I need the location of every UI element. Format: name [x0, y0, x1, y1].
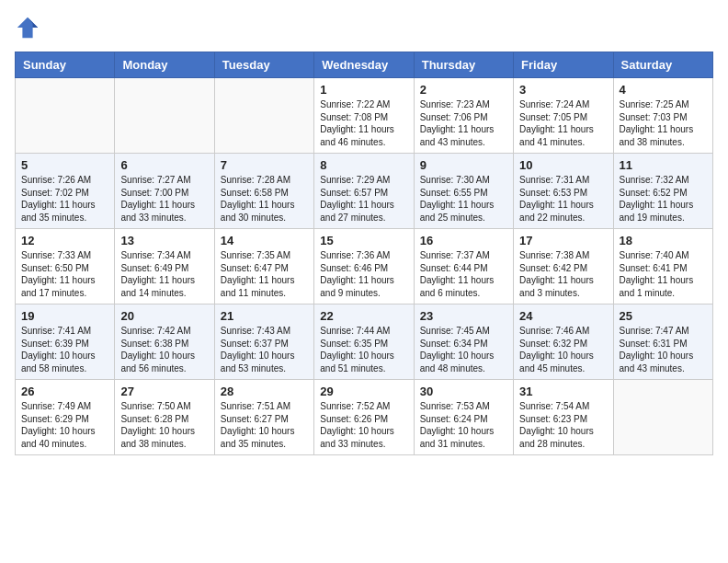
calendar-day-header: Friday — [514, 52, 613, 78]
day-number: 15 — [320, 234, 407, 247]
calendar-header-row: SundayMondayTuesdayWednesdayThursdayFrid… — [16, 52, 713, 78]
calendar-cell: 24Sunrise: 7:46 AM Sunset: 6:32 PM Dayli… — [514, 304, 613, 380]
calendar-cell: 16Sunrise: 7:37 AM Sunset: 6:44 PM Dayli… — [414, 229, 513, 304]
day-number: 28 — [221, 385, 308, 398]
day-number: 26 — [21, 385, 108, 398]
calendar-cell: 31Sunrise: 7:54 AM Sunset: 6:23 PM Dayli… — [514, 380, 613, 455]
day-info: Sunrise: 7:49 AM Sunset: 6:29 PM Dayligh… — [21, 400, 108, 450]
day-info: Sunrise: 7:45 AM Sunset: 6:34 PM Dayligh… — [420, 325, 507, 374]
day-info: Sunrise: 7:53 AM Sunset: 6:24 PM Dayligh… — [420, 400, 507, 450]
day-number: 22 — [320, 309, 407, 323]
calendar-week-row: 12Sunrise: 7:33 AM Sunset: 6:50 PM Dayli… — [16, 229, 713, 304]
calendar-cell: 7Sunrise: 7:28 AM Sunset: 6:58 PM Daylig… — [214, 154, 313, 229]
day-number: 1 — [320, 83, 407, 97]
page-header — [15, 15, 713, 40]
day-number: 20 — [120, 309, 208, 323]
day-number: 18 — [620, 234, 707, 247]
day-info: Sunrise: 7:51 AM Sunset: 6:27 PM Dayligh… — [221, 400, 308, 450]
calendar-cell: 19Sunrise: 7:41 AM Sunset: 6:39 PM Dayli… — [16, 304, 115, 380]
calendar-cell: 28Sunrise: 7:51 AM Sunset: 6:27 PM Dayli… — [214, 380, 313, 455]
day-info: Sunrise: 7:43 AM Sunset: 6:37 PM Dayligh… — [221, 325, 308, 374]
calendar-cell: 10Sunrise: 7:31 AM Sunset: 6:53 PM Dayli… — [514, 154, 613, 229]
day-info: Sunrise: 7:54 AM Sunset: 6:23 PM Dayligh… — [519, 400, 607, 450]
day-number: 4 — [620, 83, 707, 97]
day-number: 23 — [420, 309, 507, 323]
day-number: 14 — [221, 234, 308, 247]
day-number: 17 — [519, 234, 607, 247]
calendar-cell — [214, 78, 313, 154]
calendar-cell: 1Sunrise: 7:22 AM Sunset: 7:08 PM Daylig… — [314, 78, 414, 154]
calendar-cell — [115, 78, 214, 154]
day-info: Sunrise: 7:32 AM Sunset: 6:52 PM Dayligh… — [620, 174, 707, 224]
calendar-cell: 14Sunrise: 7:35 AM Sunset: 6:47 PM Dayli… — [214, 229, 313, 304]
calendar-cell: 9Sunrise: 7:30 AM Sunset: 6:55 PM Daylig… — [414, 154, 513, 229]
day-number: 16 — [420, 234, 507, 247]
day-info: Sunrise: 7:26 AM Sunset: 7:02 PM Dayligh… — [21, 174, 108, 224]
calendar-day-header: Sunday — [16, 52, 115, 78]
day-number: 11 — [620, 158, 707, 172]
day-number: 6 — [120, 158, 208, 172]
calendar-day-header: Monday — [115, 52, 214, 78]
day-info: Sunrise: 7:40 AM Sunset: 6:41 PM Dayligh… — [620, 249, 707, 299]
day-info: Sunrise: 7:31 AM Sunset: 6:53 PM Dayligh… — [519, 174, 607, 224]
day-number: 27 — [120, 385, 208, 398]
calendar-cell: 17Sunrise: 7:38 AM Sunset: 6:42 PM Dayli… — [514, 229, 613, 304]
day-info: Sunrise: 7:47 AM Sunset: 6:31 PM Dayligh… — [620, 325, 707, 374]
logo-icon — [15, 15, 40, 40]
day-number: 7 — [221, 158, 308, 172]
calendar-cell: 25Sunrise: 7:47 AM Sunset: 6:31 PM Dayli… — [613, 304, 712, 380]
day-info: Sunrise: 7:37 AM Sunset: 6:44 PM Dayligh… — [420, 249, 507, 299]
day-number: 24 — [519, 309, 607, 323]
calendar-cell: 13Sunrise: 7:34 AM Sunset: 6:49 PM Dayli… — [115, 229, 214, 304]
day-info: Sunrise: 7:22 AM Sunset: 7:08 PM Dayligh… — [320, 98, 407, 148]
day-number: 13 — [120, 234, 208, 247]
calendar-cell: 11Sunrise: 7:32 AM Sunset: 6:52 PM Dayli… — [613, 154, 712, 229]
day-info: Sunrise: 7:50 AM Sunset: 6:28 PM Dayligh… — [120, 400, 208, 450]
day-number: 30 — [420, 385, 507, 398]
calendar-week-row: 19Sunrise: 7:41 AM Sunset: 6:39 PM Dayli… — [16, 304, 713, 380]
day-number: 29 — [320, 385, 407, 398]
calendar-cell: 5Sunrise: 7:26 AM Sunset: 7:02 PM Daylig… — [16, 154, 115, 229]
day-number: 3 — [519, 83, 607, 97]
calendar-cell — [613, 380, 712, 455]
day-info: Sunrise: 7:35 AM Sunset: 6:47 PM Dayligh… — [221, 249, 308, 299]
calendar-cell: 4Sunrise: 7:25 AM Sunset: 7:03 PM Daylig… — [613, 78, 712, 154]
calendar-cell: 29Sunrise: 7:52 AM Sunset: 6:26 PM Dayli… — [314, 380, 414, 455]
calendar-cell: 15Sunrise: 7:36 AM Sunset: 6:46 PM Dayli… — [314, 229, 414, 304]
calendar-cell: 30Sunrise: 7:53 AM Sunset: 6:24 PM Dayli… — [414, 380, 513, 455]
day-info: Sunrise: 7:30 AM Sunset: 6:55 PM Dayligh… — [420, 174, 507, 224]
calendar-cell: 6Sunrise: 7:27 AM Sunset: 7:00 PM Daylig… — [115, 154, 214, 229]
day-info: Sunrise: 7:36 AM Sunset: 6:46 PM Dayligh… — [320, 249, 407, 299]
day-number: 12 — [21, 234, 108, 247]
calendar-cell: 21Sunrise: 7:43 AM Sunset: 6:37 PM Dayli… — [214, 304, 313, 380]
calendar-day-header: Tuesday — [214, 52, 313, 78]
day-info: Sunrise: 7:28 AM Sunset: 6:58 PM Dayligh… — [221, 174, 308, 224]
day-number: 21 — [221, 309, 308, 323]
calendar-week-row: 1Sunrise: 7:22 AM Sunset: 7:08 PM Daylig… — [16, 78, 713, 154]
day-number: 5 — [21, 158, 108, 172]
calendar-week-row: 5Sunrise: 7:26 AM Sunset: 7:02 PM Daylig… — [16, 154, 713, 229]
calendar-cell — [16, 78, 115, 154]
calendar-cell: 8Sunrise: 7:29 AM Sunset: 6:57 PM Daylig… — [314, 154, 414, 229]
day-number: 2 — [420, 83, 507, 97]
calendar-day-header: Saturday — [613, 52, 712, 78]
calendar-week-row: 26Sunrise: 7:49 AM Sunset: 6:29 PM Dayli… — [16, 380, 713, 455]
day-info: Sunrise: 7:33 AM Sunset: 6:50 PM Dayligh… — [21, 249, 108, 299]
calendar-day-header: Thursday — [414, 52, 513, 78]
calendar-cell: 3Sunrise: 7:24 AM Sunset: 7:05 PM Daylig… — [514, 78, 613, 154]
day-info: Sunrise: 7:46 AM Sunset: 6:32 PM Dayligh… — [519, 325, 607, 374]
calendar-cell: 27Sunrise: 7:50 AM Sunset: 6:28 PM Dayli… — [115, 380, 214, 455]
calendar-day-header: Wednesday — [314, 52, 414, 78]
day-number: 31 — [519, 385, 607, 398]
day-info: Sunrise: 7:24 AM Sunset: 7:05 PM Dayligh… — [519, 98, 607, 148]
day-info: Sunrise: 7:52 AM Sunset: 6:26 PM Dayligh… — [320, 400, 407, 450]
day-number: 19 — [21, 309, 108, 323]
logo — [15, 15, 44, 40]
day-info: Sunrise: 7:27 AM Sunset: 7:00 PM Dayligh… — [120, 174, 208, 224]
calendar-cell: 23Sunrise: 7:45 AM Sunset: 6:34 PM Dayli… — [414, 304, 513, 380]
day-info: Sunrise: 7:41 AM Sunset: 6:39 PM Dayligh… — [21, 325, 108, 374]
day-info: Sunrise: 7:44 AM Sunset: 6:35 PM Dayligh… — [320, 325, 407, 374]
day-info: Sunrise: 7:38 AM Sunset: 6:42 PM Dayligh… — [519, 249, 607, 299]
day-info: Sunrise: 7:29 AM Sunset: 6:57 PM Dayligh… — [320, 174, 407, 224]
calendar-cell: 22Sunrise: 7:44 AM Sunset: 6:35 PM Dayli… — [314, 304, 414, 380]
